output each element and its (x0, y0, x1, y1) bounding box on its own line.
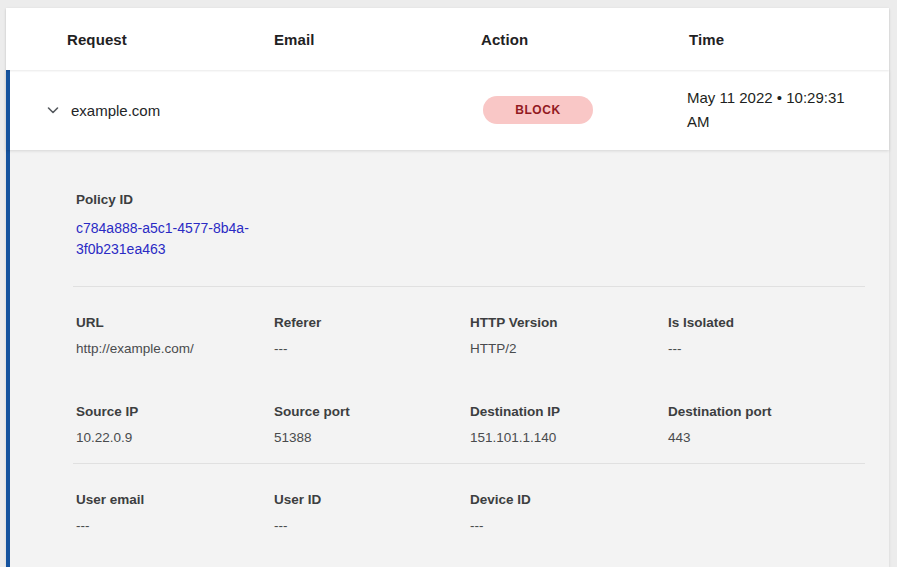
request-value: example.com (70, 102, 481, 119)
field-label: Referer (274, 315, 470, 330)
detail-field-destination-ip: Destination IP 151.101.1.140 (470, 404, 668, 445)
field-value: --- (470, 518, 668, 533)
field-label: Destination IP (470, 404, 668, 419)
details-row-http: URL http://example.com/ Referer --- HTTP… (76, 315, 865, 356)
field-value: 10.22.0.9 (76, 430, 274, 445)
field-label: Source IP (76, 404, 274, 419)
detail-field-source-port: Source port 51388 (274, 404, 470, 445)
details-row-user: User email --- User ID --- Device ID --- (76, 492, 865, 533)
collapse-row-button[interactable] (42, 99, 64, 121)
field-label: Source port (274, 404, 470, 419)
field-label: Is Isolated (668, 315, 865, 330)
policy-id-link[interactable]: c784a888-a5c1-4577-8b4a-3f0b231ea463 (76, 218, 276, 260)
field-value: --- (668, 341, 865, 356)
field-value: 443 (668, 430, 865, 445)
action-cell: BLOCK (481, 96, 687, 124)
detail-field-referer: Referer --- (274, 315, 470, 356)
column-header-action: Action (481, 31, 689, 48)
details-row-network: Source IP 10.22.0.9 Source port 51388 De… (76, 404, 865, 445)
field-label: URL (76, 315, 274, 330)
detail-field-device-id: Device ID --- (470, 492, 668, 533)
table-row[interactable]: example.com BLOCK May 11 2022 • 10:29:31… (6, 70, 889, 150)
field-value: 151.101.1.140 (470, 430, 668, 445)
section-divider (73, 463, 865, 464)
column-header-time: Time (689, 31, 889, 48)
field-value: 51388 (274, 430, 470, 445)
detail-field-empty (668, 492, 865, 533)
field-value: --- (76, 518, 274, 533)
time-value: May 11 2022 • 10:29:31 AM (687, 86, 861, 134)
field-value: HTTP/2 (470, 341, 668, 356)
section-divider (73, 286, 865, 287)
detail-field-user-id: User ID --- (274, 492, 470, 533)
field-value: --- (274, 518, 470, 533)
policy-id-label: Policy ID (76, 192, 865, 207)
field-label: User ID (274, 492, 470, 507)
field-label: Device ID (470, 492, 668, 507)
detail-field-url: URL http://example.com/ (76, 315, 274, 356)
field-value: --- (274, 341, 470, 356)
detail-field-http-version: HTTP Version HTTP/2 (470, 315, 668, 356)
block-status-badge: BLOCK (483, 96, 593, 124)
column-header-email: Email (274, 31, 481, 48)
field-label: HTTP Version (470, 315, 668, 330)
column-header-request: Request (67, 31, 274, 48)
detail-field-destination-port: Destination port 443 (668, 404, 865, 445)
row-details-panel: Policy ID c784a888-a5c1-4577-8b4a-3f0b23… (6, 150, 889, 567)
field-label: Destination port (668, 404, 865, 419)
field-label: User email (76, 492, 274, 507)
detail-field-source-ip: Source IP 10.22.0.9 (76, 404, 274, 445)
field-value: http://example.com/ (76, 341, 274, 356)
detail-field-user-email: User email --- (76, 492, 274, 533)
detail-field-is-isolated: Is Isolated --- (668, 315, 865, 356)
log-table-card: Request Email Action Time example.com BL… (6, 8, 889, 567)
chevron-down-icon (45, 102, 61, 118)
table-header-row: Request Email Action Time (6, 8, 889, 70)
policy-id-section: Policy ID c784a888-a5c1-4577-8b4a-3f0b23… (76, 192, 865, 260)
